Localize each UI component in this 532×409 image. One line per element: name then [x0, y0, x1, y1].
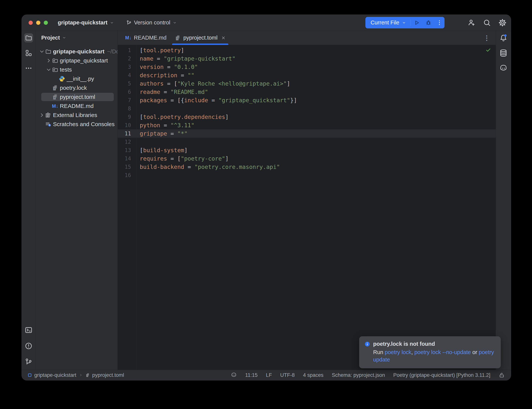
code-editor[interactable]: 1[tool.poetry]2name = "griptape-quicksta… — [118, 45, 496, 370]
copilot-status-icon[interactable] — [231, 372, 237, 378]
tree-item-readme-md[interactable]: M↓README.md — [36, 102, 118, 111]
main-area: Project griptape-quickstart~/Documegript… — [22, 31, 511, 370]
tab-label: pyproject.toml — [183, 35, 218, 41]
notification-link-poetry-lock-no-update[interactable]: poetry lock --no-update — [414, 349, 471, 355]
code-line-8[interactable]: 8 — [118, 104, 496, 113]
chevron-down-icon[interactable] — [39, 48, 45, 55]
code-line-13[interactable]: 13[build-system] — [118, 146, 496, 154]
status-widget-utf-8[interactable]: UTF-8 — [280, 372, 295, 378]
project-panel-header[interactable]: Project — [36, 31, 118, 45]
tree-item-label: pyproject.toml — [60, 94, 95, 100]
code-line-11[interactable]: 11griptape = "*" — [118, 129, 496, 138]
status-widget-lf[interactable]: LF — [266, 372, 272, 378]
toml-string: "griptape-quickstart" — [164, 55, 235, 62]
tree-item-path: ~/Docume — [107, 48, 118, 55]
chevron-right-icon[interactable] — [39, 112, 45, 118]
run-configuration-selector[interactable]: Current File — [365, 19, 411, 26]
toml-icon: [T] — [85, 373, 90, 377]
markdown-icon: M↓ — [125, 35, 131, 41]
tree-item-init-py[interactable]: __init__.py — [36, 74, 118, 83]
toml-key: name — [140, 55, 153, 62]
tab-readme-md[interactable]: M↓README.md — [121, 31, 171, 45]
git-branch-icon — [25, 358, 33, 366]
more-icon — [25, 64, 32, 72]
line-number: 6 — [118, 89, 137, 95]
unlock-status-icon[interactable] — [499, 372, 505, 378]
toml-punct: }] — [290, 97, 297, 103]
terminal-toolwindow-button[interactable] — [24, 325, 33, 335]
code-line-12[interactable]: 12 — [118, 138, 496, 146]
tab-pyproject-toml[interactable]: [T]pyproject.toml — [171, 31, 230, 45]
minimize-window-button[interactable] — [36, 21, 40, 25]
close-window-button[interactable] — [28, 21, 33, 25]
tree-item-external-libraries[interactable]: External Libraries — [36, 111, 118, 120]
tree-item-griptape-quickstart[interactable]: griptape-quickstart~/Docume — [36, 47, 118, 56]
notifications-toolwindow-button[interactable] — [499, 33, 508, 42]
code-line-1[interactable]: 1[tool.poetry] — [118, 46, 496, 54]
code-line-9[interactable]: 9[tool.poetry.dependencies] — [118, 113, 496, 121]
toml-string: "" — [188, 72, 194, 79]
code-text: [build-system] — [137, 147, 188, 154]
vcs-widget[interactable]: Version control — [126, 19, 177, 26]
code-line-4[interactable]: 4description = "" — [118, 71, 496, 79]
status-widget-4-spaces[interactable]: 4 spaces — [303, 372, 323, 378]
code-text: [tool.poetry.dependencies] — [137, 114, 229, 120]
tree-item-poetry-lock[interactable]: [T]poetry.lock — [36, 83, 118, 93]
project-folder-toolwindow-button[interactable] — [24, 33, 33, 42]
database-toolwindow-button[interactable] — [499, 48, 508, 57]
project-selector[interactable]: griptape-quickstart — [58, 19, 114, 26]
toml-punct: = — [208, 97, 218, 103]
breadcrumb-label: griptape-quickstart — [34, 372, 76, 378]
status-widget-11-15[interactable]: 11:15 — [245, 372, 258, 378]
close-tab-icon[interactable] — [221, 36, 226, 40]
code-line-14[interactable]: 14requires = ["poetry-core"] — [118, 154, 496, 163]
code-line-16[interactable]: 16 — [118, 171, 496, 179]
markdown-icon: M↓ — [52, 103, 58, 109]
tab-bar-more-button[interactable]: ⋮ — [484, 31, 496, 45]
tree-item-label: External Libraries — [53, 112, 97, 118]
code-line-3[interactable]: 3version = "0.1.0" — [118, 63, 496, 71]
vcs-label: Version control — [134, 19, 170, 26]
code-line-7[interactable]: 7packages = [{include = "griptape_quicks… — [118, 96, 496, 104]
tree-item-griptape-quickstart[interactable]: griptape_quickstart — [36, 56, 118, 65]
structure-toolwindow-button[interactable] — [24, 48, 33, 57]
git-branch-icon — [126, 20, 132, 26]
code-line-15[interactable]: 15build-backend = "poetry.core.masonry.a… — [118, 163, 496, 171]
line-number: 12 — [118, 139, 137, 145]
code-line-6[interactable]: 6readme = "README.md" — [118, 88, 496, 96]
tree-item-tests[interactable]: tests — [36, 65, 118, 74]
add-user-button[interactable] — [467, 19, 476, 27]
chevron-spacer — [52, 75, 59, 82]
more-toolwindow-button[interactable] — [24, 64, 33, 73]
status-widget-schema-pyproject-json[interactable]: Schema: pyproject.json — [332, 372, 385, 378]
code-line-10[interactable]: 10python = "^3.11" — [118, 121, 496, 129]
chevron-down-icon[interactable] — [46, 66, 52, 73]
breadcrumb-separator-icon — [79, 373, 83, 377]
breadcrumb-item-pyproject-toml[interactable]: [T]pyproject.toml — [85, 372, 124, 378]
project-tree: griptape-quickstart~/Documegriptape_quic… — [36, 45, 118, 129]
git-branch-toolwindow-button[interactable] — [24, 357, 33, 366]
chevron-right-icon[interactable] — [46, 57, 52, 64]
tree-item-scratches-and-consoles[interactable]: Scratches and Consoles — [36, 120, 118, 129]
settings-button[interactable] — [498, 19, 507, 27]
tree-item-label: README.md — [60, 103, 93, 109]
right-activity-bar — [496, 31, 511, 370]
code-text: python = "^3.11" — [137, 122, 194, 129]
notifications-icon — [499, 34, 508, 42]
breadcrumb-item-griptape-quickstart[interactable]: griptape-quickstart — [28, 372, 76, 378]
run-more-options-button[interactable] — [434, 17, 445, 28]
tree-item-pyproject-toml[interactable]: [T]pyproject.toml — [36, 93, 118, 102]
code-line-5[interactable]: 5authors = ["Kyle Roche <hello@griptape.… — [118, 79, 496, 88]
left-activity-bar — [22, 31, 36, 370]
search-everywhere-button[interactable] — [483, 19, 491, 27]
line-number: 10 — [118, 122, 137, 128]
code-line-2[interactable]: 2name = "griptape-quickstart" — [118, 54, 496, 63]
copilot-toolwindow-button[interactable] — [499, 64, 508, 73]
status-widget-poetry-griptape-quickstart-python-3-11-2[interactable]: Poetry (griptape-quickstart) [Python 3.1… — [393, 372, 490, 378]
problems-toolwindow-button[interactable] — [24, 341, 33, 351]
run-button[interactable] — [411, 17, 422, 28]
debug-button[interactable] — [422, 17, 434, 28]
line-number: 3 — [118, 64, 137, 70]
zoom-window-button[interactable] — [44, 21, 48, 25]
notification-link-poetry-lock[interactable]: poetry lock — [385, 349, 411, 355]
